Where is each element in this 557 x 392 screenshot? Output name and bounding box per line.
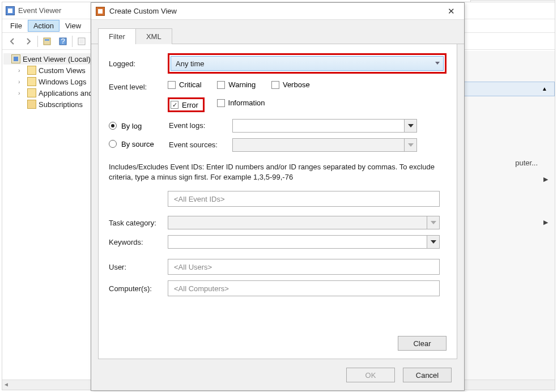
eventsources-dropdown bbox=[232, 138, 417, 152]
right-pane-text: puter... bbox=[515, 159, 538, 167]
chevron-down-icon bbox=[408, 143, 414, 147]
svg-rect-0 bbox=[44, 38, 50, 45]
menu-file[interactable]: File bbox=[5, 20, 28, 32]
scroll-left-icon[interactable]: ◄ bbox=[3, 381, 10, 388]
keywords-row: Keywords: bbox=[109, 235, 447, 249]
tree-item-label: Custom Views bbox=[39, 66, 86, 75]
event-viewer-title: Event Viewer bbox=[18, 6, 61, 15]
logged-value: Any time bbox=[176, 59, 205, 68]
radio-label: By source bbox=[121, 140, 154, 148]
svg-rect-5 bbox=[79, 39, 84, 44]
dialog-title: Create Custom View bbox=[109, 7, 443, 15]
collapse-icon[interactable]: ▲ bbox=[542, 86, 547, 92]
taskcategory-row: Task category: bbox=[109, 216, 447, 229]
user-label: User: bbox=[109, 263, 168, 271]
tree-item-label: Windows Logs bbox=[39, 78, 87, 86]
ok-button: OK bbox=[346, 368, 395, 382]
dropdown-button[interactable] bbox=[427, 236, 439, 248]
bysource-row: By source Event sources: bbox=[109, 138, 447, 152]
computers-label: Computer(s): bbox=[109, 284, 168, 293]
tab-filter[interactable]: Filter bbox=[98, 28, 136, 44]
tab-xml[interactable]: XML bbox=[135, 28, 172, 44]
logged-dropdown[interactable]: Any time bbox=[171, 56, 444, 71]
clear-button[interactable]: Clear bbox=[398, 336, 447, 351]
checkbox-information[interactable]: Information bbox=[217, 99, 265, 107]
chevron-down-icon bbox=[431, 221, 436, 224]
computers-row: Computer(s): <All Computers> bbox=[109, 280, 447, 296]
folder-icon bbox=[27, 77, 36, 86]
dialog-icon bbox=[96, 7, 105, 16]
folder-icon bbox=[27, 66, 36, 75]
forward-button[interactable] bbox=[22, 35, 35, 48]
keywords-dropdown[interactable] bbox=[168, 235, 440, 249]
checkbox-label: Information bbox=[228, 99, 265, 107]
properties-button[interactable] bbox=[40, 35, 54, 48]
dropdown-button bbox=[404, 139, 416, 151]
checkbox-verbose[interactable]: Verbose bbox=[271, 80, 310, 89]
eventlogs-label: Event logs: bbox=[168, 121, 232, 130]
tree-item-label: Subscriptions bbox=[39, 100, 83, 109]
eventlogs-dropdown[interactable] bbox=[232, 119, 417, 133]
event-viewer-icon bbox=[6, 6, 15, 15]
chevron-down-icon bbox=[431, 240, 436, 244]
dialog-titlebar: Create Custom View ✕ bbox=[91, 3, 464, 20]
radio-label: By log bbox=[121, 122, 142, 130]
event-ids-input[interactable]: <All Event IDs> bbox=[168, 191, 440, 207]
tab-strip: Filter XML bbox=[91, 20, 464, 44]
help-button[interactable]: ? bbox=[56, 35, 70, 48]
user-row: User: <All Users> bbox=[109, 259, 447, 275]
checkbox-critical[interactable]: Critical bbox=[168, 80, 202, 89]
checkbox-label: Critical bbox=[179, 80, 202, 89]
computers-input[interactable]: <All Computers> bbox=[168, 280, 440, 296]
logged-row: Logged: Any time bbox=[109, 53, 447, 74]
taskcategory-dropdown bbox=[168, 216, 440, 229]
dropdown-button[interactable] bbox=[404, 120, 416, 132]
checkbox-error[interactable]: Error bbox=[171, 101, 198, 109]
create-custom-view-dialog: Create Custom View ✕ Filter XML Logged: … bbox=[91, 2, 465, 391]
error-highlight: Error bbox=[168, 97, 205, 112]
chevron-down-icon bbox=[408, 124, 414, 127]
toolbar-separator bbox=[37, 36, 38, 47]
menu-view[interactable]: View bbox=[59, 20, 87, 32]
folder-icon bbox=[27, 88, 36, 97]
expand-icon[interactable]: › bbox=[18, 78, 25, 85]
close-button[interactable]: ✕ bbox=[443, 6, 460, 16]
svg-text:?: ? bbox=[61, 37, 65, 45]
eventlevel-row: Event level: Critical Warning Verbose Er… bbox=[109, 80, 447, 112]
filter-panel: Logged: Any time Event level: Critical W… bbox=[98, 44, 457, 359]
tree-root-icon bbox=[11, 54, 20, 63]
menu-action[interactable]: Action bbox=[28, 20, 59, 32]
toolbar-separator-2 bbox=[72, 36, 73, 47]
cancel-button[interactable]: Cancel bbox=[403, 368, 452, 382]
bylog-row: By log Event logs: bbox=[109, 119, 447, 133]
tree-root-label: Event Viewer (Local) bbox=[23, 55, 91, 63]
checkbox-warning[interactable]: Warning bbox=[217, 80, 256, 89]
checkbox-label: Error bbox=[182, 101, 198, 109]
keywords-label: Keywords: bbox=[109, 238, 168, 246]
eventsources-label: Event sources: bbox=[168, 140, 232, 149]
user-input[interactable]: <All Users> bbox=[168, 259, 440, 275]
svg-rect-1 bbox=[45, 39, 49, 41]
refresh-button[interactable] bbox=[75, 35, 88, 48]
event-ids-hint: Includes/Excludes Event IDs: Enter ID nu… bbox=[109, 162, 447, 184]
taskcategory-label: Task category: bbox=[109, 219, 168, 227]
checkbox-label: Verbose bbox=[283, 80, 310, 89]
subscription-icon bbox=[27, 100, 36, 109]
back-button[interactable] bbox=[6, 35, 19, 48]
eventlevel-label: Event level: bbox=[109, 80, 168, 91]
checkbox-label: Warning bbox=[228, 80, 256, 89]
dropdown-button bbox=[427, 216, 439, 229]
logged-highlight: Any time bbox=[168, 53, 447, 74]
radio-bysource[interactable]: By source bbox=[109, 140, 154, 148]
chevron-right-icon[interactable]: ▶ bbox=[543, 219, 548, 226]
expand-icon[interactable]: › bbox=[18, 90, 25, 96]
chevron-down-icon bbox=[435, 62, 440, 65]
dialog-buttons: OK Cancel bbox=[346, 368, 452, 382]
expand-icon[interactable]: › bbox=[18, 67, 25, 74]
radio-bylog[interactable]: By log bbox=[109, 122, 142, 130]
chevron-right-icon[interactable]: ▶ bbox=[543, 176, 548, 183]
logged-label: Logged: bbox=[109, 59, 168, 68]
